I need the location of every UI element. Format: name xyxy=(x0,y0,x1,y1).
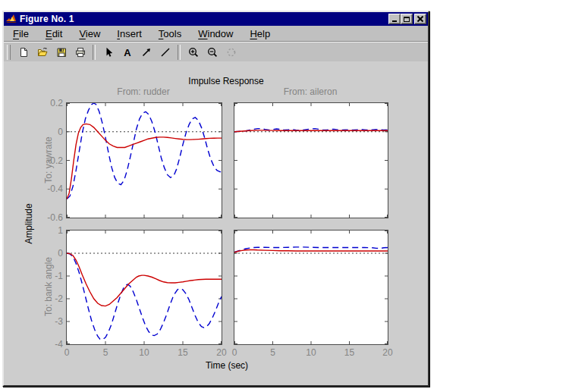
y-tick-label: -0.4 xyxy=(47,183,63,194)
y-tick-label: -1 xyxy=(55,271,63,281)
series-red-solid xyxy=(67,124,222,199)
close-button[interactable] xyxy=(414,14,426,24)
maximize-button[interactable] xyxy=(401,14,413,24)
y-tick-label: 0.2 xyxy=(50,98,63,108)
x-tick-label: 15 xyxy=(178,347,187,358)
plot-surface xyxy=(67,103,222,218)
plot-bank-angle-from-aileron[interactable] xyxy=(234,230,388,345)
new-document-button[interactable] xyxy=(14,44,32,61)
plot-title: Impulse Response xyxy=(188,76,263,86)
menu-window[interactable]: Window xyxy=(192,27,239,41)
y-tick-label: -0.2 xyxy=(47,155,63,166)
row-label-bank-angle: To: bank angle xyxy=(43,257,54,316)
column-title-rudder: From: rudder xyxy=(117,86,169,97)
y-tick-label: -0.6 xyxy=(47,212,63,223)
toolbar-separator xyxy=(178,45,181,60)
x-tick-label: 10 xyxy=(139,347,149,358)
time-axis-label: Time (sec) xyxy=(206,360,248,371)
menu-bar: FileEditViewInsertToolsWindowHelp xyxy=(4,26,428,42)
plot-yawrate-from-rudder[interactable] xyxy=(66,102,222,218)
line-annotation-icon xyxy=(159,46,171,58)
series-red-solid xyxy=(67,253,222,306)
toolbar-gripper[interactable] xyxy=(7,45,11,60)
minimize-button[interactable] xyxy=(388,14,401,24)
svg-text:A: A xyxy=(124,46,131,58)
y-tick-label: -4 xyxy=(55,339,63,350)
x-tick-label: 15 xyxy=(344,347,354,358)
arrow-annotation-button[interactable] xyxy=(137,44,155,61)
print-icon xyxy=(74,46,86,58)
x-tick-label: 5 xyxy=(270,347,275,358)
x-tick-label: 0 xyxy=(232,347,237,358)
plot-yawrate-from-aileron[interactable] xyxy=(234,102,388,218)
menu-view[interactable]: View xyxy=(73,27,106,41)
x-tick-label: 0 xyxy=(64,347,70,358)
save-button[interactable] xyxy=(52,44,70,61)
window-title: Figure No. 1 xyxy=(20,14,388,24)
menu-insert[interactable]: Insert xyxy=(111,27,148,41)
open-folder-icon xyxy=(36,46,49,58)
amplitude-label: Amplitude xyxy=(24,203,34,243)
new-document-icon xyxy=(17,46,30,58)
menu-help[interactable]: Help xyxy=(244,27,276,41)
close-icon xyxy=(417,16,424,22)
figure-window: Figure No. 1 FileEditViewInsertToolsWind… xyxy=(2,11,429,387)
y-tick-label: -2 xyxy=(55,293,63,304)
zoom-in-icon xyxy=(187,46,200,58)
column-title-aileron: From: aileron xyxy=(284,86,338,97)
toolbar-separator xyxy=(93,45,96,60)
print-button[interactable] xyxy=(71,44,89,61)
text-annotation-button[interactable]: A xyxy=(118,44,136,61)
series-blue-dashed xyxy=(67,103,222,199)
title-bar[interactable]: Figure No. 1 xyxy=(4,12,428,26)
x-tick-label: 20 xyxy=(216,347,226,358)
zoom-out-button[interactable] xyxy=(203,44,221,61)
plot-bank-angle-from-rudder[interactable] xyxy=(66,230,222,345)
arrow-annotation-icon xyxy=(140,46,152,58)
toolbar: A xyxy=(4,42,428,63)
menu-file[interactable]: File xyxy=(7,27,35,41)
text-annotation-icon: A xyxy=(121,46,134,58)
plot-surface xyxy=(234,103,388,218)
menu-edit[interactable]: Edit xyxy=(39,27,68,41)
series-red-solid xyxy=(234,250,388,252)
plot-surface xyxy=(234,230,388,344)
y-tick-label: -3 xyxy=(55,316,63,327)
line-annotation-button[interactable] xyxy=(156,44,174,61)
maximize-icon xyxy=(404,17,410,22)
y-tick-label: 1 xyxy=(58,225,63,236)
menu-tools[interactable]: Tools xyxy=(152,27,187,41)
rotate-3d-button[interactable] xyxy=(222,44,240,61)
pointer-icon xyxy=(102,46,115,58)
zoom-in-button[interactable] xyxy=(184,44,202,61)
series-blue-dashed xyxy=(67,253,222,340)
x-tick-label: 20 xyxy=(382,347,392,358)
x-tick-label: 5 xyxy=(103,347,108,358)
save-icon xyxy=(55,46,68,58)
desktop: { "window": { "title": "Figure No. 1", "… xyxy=(0,0,569,392)
pointer-button[interactable] xyxy=(99,44,117,61)
minimize-icon xyxy=(392,20,397,22)
plot-surface xyxy=(67,230,222,344)
open-folder-button[interactable] xyxy=(33,44,51,61)
rotate-3d-icon xyxy=(225,46,237,58)
x-tick-label: 10 xyxy=(306,347,316,358)
y-tick-label: 0 xyxy=(58,248,63,259)
figure-canvas: Impulse Response From: rudder From: aile… xyxy=(4,61,428,385)
y-tick-label: 0 xyxy=(58,127,63,137)
zoom-out-icon xyxy=(206,46,218,58)
matlab-logo-icon xyxy=(5,14,17,24)
